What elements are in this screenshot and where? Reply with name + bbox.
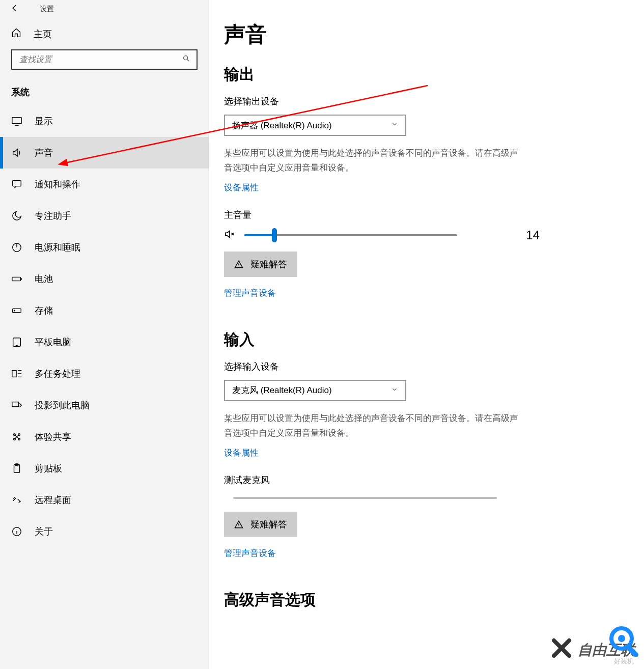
sidebar-item-label: 远程桌面 [35,494,71,506]
sidebar-item-label: 关于 [35,525,53,538]
volume-muted-icon[interactable] [224,229,235,242]
tablet-icon [11,337,22,348]
input-heading: 输入 [224,329,629,350]
remote-icon [11,494,22,506]
test-mic-block: 测试麦克风 疑难解答 管理声音设备 [224,474,540,559]
volume-slider-row: 14 [224,228,540,242]
sidebar-item-label: 通知和操作 [35,178,80,190]
battery-icon [11,273,22,285]
mic-level-row [224,493,540,503]
sidebar-section-label: 系统 [0,70,209,105]
chevron-down-icon [391,120,398,130]
sidebar-item-storage[interactable]: 存储 [0,295,209,326]
project-icon [11,400,22,411]
svg-rect-2 [13,181,21,186]
svg-point-6 [14,310,15,311]
input-device-label: 选择输入设备 [224,360,540,373]
manage-input-devices-link[interactable]: 管理声音设备 [224,547,276,559]
search-icon [182,54,190,65]
sidebar-item-label: 电源和睡眠 [35,241,80,254]
sidebar-item-project[interactable]: 投影到此电脑 [0,389,209,421]
sidebar-item-label: 电池 [35,273,53,285]
svg-rect-8 [12,371,16,377]
btn-label: 疑难解答 [250,518,287,531]
page-title: 声音 [224,20,629,49]
sidebar-item-focus[interactable]: 专注助手 [0,200,209,232]
master-volume-block: 主音量 14 疑难解答 管理声音设备 [224,209,540,299]
input-device-dropdown[interactable]: 麦克风 (Realtek(R) Audio) [224,380,406,401]
sidebar-item-display[interactable]: 显示 [0,105,209,137]
speaker-icon [11,147,22,158]
advanced-heading: 高级声音选项 [224,590,629,610]
message-icon [11,179,22,190]
sidebar-item-multitask[interactable]: 多任务处理 [0,358,209,389]
svg-rect-4 [12,277,21,281]
input-note: 某些应用可以设置为使用与此处选择的声音设备不同的声音设备。请在高级声音选项中自定… [224,411,519,441]
svg-rect-1 [12,118,21,124]
sidebar-item-remote[interactable]: 远程桌面 [0,484,209,516]
sidebar-item-label: 平板电脑 [35,336,71,348]
output-troubleshoot-button[interactable]: 疑难解答 [224,252,297,277]
output-device-label: 选择输出设备 [224,95,540,107]
sidebar-item-battery[interactable]: 电池 [0,263,209,295]
power-icon [11,242,22,253]
sidebar-home-label: 主页 [34,28,52,40]
sidebar-home[interactable]: 主页 [0,18,209,49]
volume-value: 14 [495,228,540,242]
window-title: 设置 [40,5,54,14]
btn-label: 疑难解答 [250,258,287,270]
master-volume-label: 主音量 [224,209,540,221]
sidebar-item-label: 声音 [35,147,53,159]
dropdown-value: 麦克风 (Realtek(R) Audio) [232,384,332,396]
moon-icon [11,210,22,221]
sidebar-item-label: 投影到此电脑 [35,399,90,411]
watermark-2-text: 好装机 [607,657,640,666]
manage-output-devices-link[interactable]: 管理声音设备 [224,287,276,299]
back-icon[interactable] [10,4,19,15]
input-troubleshoot-button[interactable]: 疑难解答 [224,512,297,537]
search-container [0,49,209,70]
multitask-icon [11,368,22,379]
storage-icon [11,305,22,316]
mic-level-meter [233,497,497,499]
chevron-down-icon [391,385,398,396]
sidebar-item-label: 存储 [35,304,53,317]
svg-point-11 [18,434,20,436]
output-note: 某些应用可以设置为使用与此处选择的声音设备不同的声音设备。请在高级声音选项中自定… [224,146,519,176]
monitor-icon [11,116,22,127]
output-heading: 输出 [224,64,629,85]
sidebar-item-label: 多任务处理 [35,368,80,380]
svg-point-20 [618,635,625,642]
search-input[interactable] [18,54,182,65]
sidebar-item-label: 体验共享 [35,431,71,443]
svg-point-12 [14,438,16,440]
test-mic-label: 测试麦克风 [224,474,540,486]
sidebar-item-clipboard[interactable]: 剪贴板 [0,453,209,484]
output-device-dropdown[interactable]: 扬声器 (Realtek(R) Audio) [224,115,406,136]
svg-point-13 [18,438,20,440]
sidebar-item-shared[interactable]: 体验共享 [0,421,209,453]
sidebar-item-tablet[interactable]: 平板电脑 [0,326,209,358]
clipboard-icon [11,463,22,474]
search-box[interactable] [11,49,198,70]
sidebar-item-notifications[interactable]: 通知和操作 [0,169,209,200]
svg-rect-9 [12,402,19,407]
input-device-block: 选择输入设备 麦克风 (Realtek(R) Audio) 某些应用可以设置为使… [224,360,540,459]
home-icon [11,27,21,40]
sidebar-item-about[interactable]: 关于 [0,516,209,547]
brush-x-icon [551,638,572,662]
sidebar-item-label: 剪贴板 [35,462,62,475]
sidebar-item-label: 专注助手 [35,210,71,222]
sidebar-item-label: 显示 [35,115,53,127]
main-content: 声音 输出 选择输出设备 扬声器 (Realtek(R) Audio) 某些应用… [209,0,644,669]
svg-point-0 [184,56,188,60]
sidebar-item-power[interactable]: 电源和睡眠 [0,232,209,263]
shared-icon [11,431,22,442]
info-icon [11,526,22,537]
dropdown-value: 扬声器 (Realtek(R) Audio) [232,120,332,131]
watermark-2: 好装机 [607,624,640,666]
output-device-props-link[interactable]: 设备属性 [224,182,259,193]
input-device-props-link[interactable]: 设备属性 [224,447,259,459]
sidebar-item-sound[interactable]: 声音 [0,137,209,169]
volume-slider[interactable] [244,234,457,236]
